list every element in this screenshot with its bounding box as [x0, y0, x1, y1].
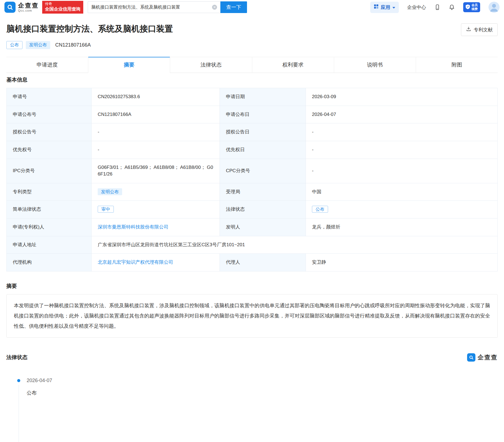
- apps-menu[interactable]: 应用: [370, 2, 399, 13]
- table-row: 申请号 CN202610275383.6 申请日期 2026-03-09: [7, 88, 498, 106]
- legal-status-header: 法律状态 企查查: [6, 353, 498, 362]
- table-row: 优先权号 - 优先权日 -: [7, 141, 498, 159]
- field-value: 公布: [306, 201, 498, 219]
- field-value: -: [306, 159, 498, 183]
- field-value: 2026-04-07: [306, 106, 498, 123]
- timeline-status: 公布: [27, 390, 498, 396]
- patent-type-badge: 发明公布: [98, 188, 122, 195]
- qcc-logo-en: Qcc.com: [18, 9, 39, 12]
- field-label: 申请公布号: [7, 106, 92, 123]
- field-label: 专利类型: [7, 183, 92, 201]
- promo-line2: 全国企业信用查询: [45, 6, 80, 12]
- field-label: 受理局: [220, 183, 306, 201]
- table-row: 授权公告号 - 授权公告日 -: [7, 123, 498, 141]
- timeline-dot-icon: [17, 379, 20, 382]
- top-bar: 企查查 Qcc.com 传奇 全国企业信用查询 ✕ 查一下 应用: [0, 0, 504, 14]
- patent-document-button[interactable]: 专利文献: [461, 23, 498, 36]
- field-value: CN202610275383.6: [92, 88, 220, 106]
- patent-tag-row: 公布 发明公布 CN121807166A: [6, 41, 498, 49]
- timeline-item: 2026-04-07 公布: [17, 378, 498, 396]
- publication-number: CN121807166A: [55, 42, 91, 48]
- table-row: 简单法律状态 审中 法律状态 公布: [7, 201, 498, 219]
- basic-info-heading: 基本信息: [6, 76, 498, 83]
- field-value: CN121807166A: [92, 106, 220, 123]
- field-value: 审中: [92, 201, 220, 219]
- field-label: 简单法律状态: [7, 201, 92, 219]
- field-label: 法律状态: [220, 201, 306, 219]
- search-bar: ✕ 查一下: [88, 1, 247, 13]
- field-value: 广东省深圳市坪山区龙田街道竹坑社区第三工业区C区3号厂房101~201: [92, 236, 498, 254]
- tab-legal-status[interactable]: 法律状态: [170, 57, 252, 73]
- legal-status-timeline: 2026-04-07 公布: [17, 378, 498, 396]
- page-content: 脑机接口装置控制方法、系统及脑机接口装置 专利文献 公布 发明公布 CN1218…: [0, 23, 504, 396]
- field-label: 授权公告日: [220, 123, 306, 141]
- field-label: 申请号: [7, 88, 92, 106]
- field-label: 代理人: [220, 254, 306, 271]
- tab-application-progress[interactable]: 申请进度: [6, 57, 88, 73]
- field-value: -: [306, 123, 498, 141]
- notification-bell-icon[interactable]: [449, 4, 455, 10]
- basic-info-table: 申请号 CN202610275383.6 申请日期 2026-03-09 申请公…: [6, 88, 498, 271]
- field-label: 优先权日: [220, 141, 306, 159]
- tab-description[interactable]: 说明书: [334, 57, 416, 73]
- field-value: 发明公布: [92, 183, 220, 201]
- field-label: 优先权号: [7, 141, 92, 159]
- clear-search-icon[interactable]: ✕: [212, 5, 217, 10]
- apps-grid-icon: [374, 4, 379, 10]
- field-value: G06F3/01； A61B5/369； A61B8/08； A61B8/00；…: [92, 159, 220, 183]
- status-badge: 公布: [6, 41, 22, 49]
- field-value: 2026-03-09: [306, 88, 498, 106]
- tab-claims[interactable]: 权利要求: [252, 57, 334, 73]
- apps-label: 应用: [381, 4, 390, 11]
- field-label: 申请人地址: [7, 236, 92, 254]
- field-label: 发明人: [220, 219, 306, 236]
- table-row: 申请(专利权)人 深圳市曼恩斯特科技股份有限公司 发明人 龙兵，颜煜圻: [7, 219, 498, 236]
- qcc-watermark-icon: [467, 353, 475, 362]
- enterprise-center-link[interactable]: 企业中心: [407, 4, 426, 11]
- search-input[interactable]: [91, 5, 210, 10]
- tab-abstract[interactable]: 摘要: [88, 57, 170, 73]
- field-value: 北京超凡宏宇知识产权代理有限公司: [92, 254, 220, 271]
- patent-type-badge: 发明公布: [26, 41, 50, 49]
- table-row: 代理机构 北京超凡宏宇知识产权代理有限公司 代理人 安卫静: [7, 254, 498, 271]
- field-value: 深圳市曼恩斯特科技股份有限公司: [92, 219, 220, 236]
- field-value: 中国: [306, 183, 498, 201]
- field-value: 安卫静: [306, 254, 498, 271]
- abstract-heading: 摘要: [6, 283, 498, 290]
- tab-bar: 申请进度 摘要 法律状态 权利要求 说明书 附图: [6, 57, 498, 73]
- simple-legal-status-badge: 审中: [98, 206, 114, 213]
- field-label: IPC分类号: [7, 159, 92, 183]
- timeline-connector: [19, 385, 19, 442]
- table-row: 专利类型 发明公布 受理局 中国: [7, 183, 498, 201]
- qcc-logo-icon: [4, 2, 16, 13]
- field-value: 龙兵，颜煜圻: [306, 219, 498, 236]
- vip-renew-badge[interactable]: 会员 续费: [463, 2, 480, 12]
- patent-document-label: 专利文献: [474, 27, 493, 33]
- table-row: IPC分类号 G06F3/01； A61B5/369； A61B8/08； A6…: [7, 159, 498, 183]
- promo-line1: 传奇: [45, 2, 80, 6]
- timeline-date: 2026-04-07: [27, 378, 498, 383]
- applicant-link[interactable]: 深圳市曼恩斯特科技股份有限公司: [98, 224, 168, 230]
- qcc-logo[interactable]: 企查查 Qcc.com: [4, 2, 39, 13]
- agency-link[interactable]: 北京超凡宏宇知识产权代理有限公司: [98, 260, 173, 265]
- field-value: -: [306, 141, 498, 159]
- chevron-down-icon: [392, 4, 395, 10]
- mobile-app-icon[interactable]: [434, 4, 440, 10]
- search-button[interactable]: 查一下: [220, 1, 247, 13]
- qcc-watermark-text: 企查查: [478, 353, 498, 362]
- field-label: 申请公布日: [220, 106, 306, 123]
- abstract-text: 本发明提供了一种脑机接口装置控制方法、系统及脑机接口装置，涉及脑机接口控制领域，…: [6, 294, 498, 338]
- title-row: 脑机接口装置控制方法、系统及脑机接口装置 专利文献: [6, 23, 498, 36]
- field-value: -: [92, 123, 220, 141]
- promo-banner[interactable]: 传奇 全国企业信用查询: [42, 1, 83, 14]
- shield-icon: [466, 4, 470, 10]
- field-value: -: [92, 141, 220, 159]
- tab-figures[interactable]: 附图: [416, 57, 498, 73]
- top-nav: 应用 企业中心: [370, 2, 500, 13]
- legal-status-badge: 公布: [312, 206, 328, 213]
- qcc-watermark: 企查查: [467, 353, 498, 362]
- avatar[interactable]: [488, 2, 500, 13]
- field-label: 代理机构: [7, 254, 92, 271]
- table-row: 申请公布号 CN121807166A 申请公布日 2026-04-07: [7, 106, 498, 123]
- field-label: CPC分类号: [220, 159, 306, 183]
